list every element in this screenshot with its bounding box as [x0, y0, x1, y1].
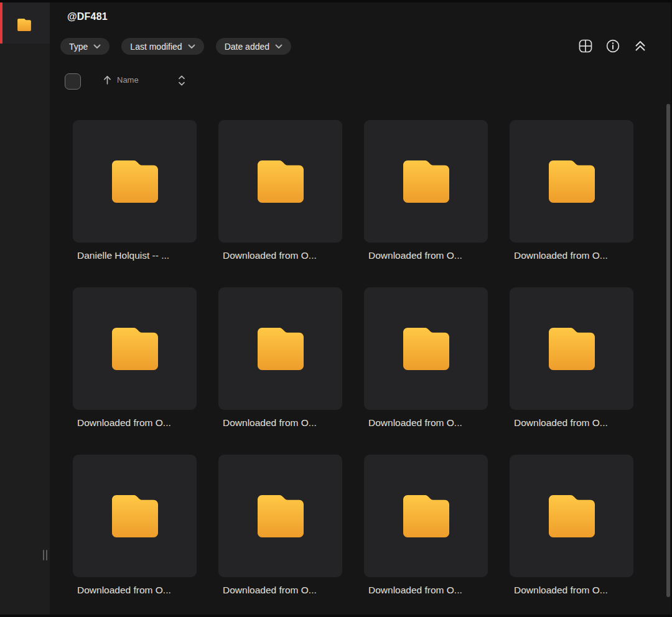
chevron-down-icon: [93, 44, 101, 49]
folder-card-tile: [218, 455, 342, 577]
folder-label: Downloaded from O...: [223, 417, 340, 429]
folder-label: Downloaded from O...: [368, 417, 485, 429]
folder-label: Downloaded from O...: [223, 249, 340, 261]
toolbar-actions: [579, 39, 647, 53]
arrow-up-icon: [103, 75, 111, 85]
folder-label: Downloaded from O...: [514, 417, 631, 429]
main-panel: @DF481 Type Last modified Date added: [50, 2, 672, 615]
folder-card[interactable]: Downloaded from O...: [510, 455, 633, 596]
chevron-down-icon: [275, 44, 282, 49]
folder-icon: [403, 495, 449, 537]
folder-card-tile: [73, 120, 197, 243]
folder-grid: Danielle Holquist -- ... Downloaded from…: [73, 120, 633, 596]
folder-card[interactable]: Downloaded from O...: [73, 455, 197, 596]
folder-card-tile: [364, 287, 488, 410]
folder-label: Downloaded from O...: [77, 584, 194, 596]
folder-icon: [549, 495, 595, 537]
collapse-button[interactable]: [633, 39, 647, 53]
grid-view-button[interactable]: [579, 39, 592, 53]
select-all-checkbox[interactable]: [65, 73, 81, 90]
folder-card[interactable]: Downloaded from O...: [510, 287, 633, 429]
page-title: @DF481: [67, 11, 108, 22]
app-window: @DF481 Type Last modified Date added: [0, 2, 672, 615]
sidebar-item-current-folder[interactable]: [0, 2, 50, 44]
folder-label: Downloaded from O...: [368, 584, 485, 596]
info-button[interactable]: [606, 39, 620, 53]
filter-chip-label: Last modified: [130, 42, 182, 52]
folder-card-tile: [510, 455, 633, 577]
sort-field-label: Name: [117, 75, 139, 85]
folder-card[interactable]: Downloaded from O...: [218, 120, 342, 261]
folder-card[interactable]: Downloaded from O...: [364, 120, 488, 261]
folder-label: Downloaded from O...: [77, 417, 194, 429]
unfold-icon: [178, 75, 185, 86]
sidebar-resize-handle[interactable]: [43, 550, 47, 560]
folder-card[interactable]: Downloaded from O...: [364, 455, 488, 596]
folder-label: Downloaded from O...: [368, 249, 485, 261]
info-icon: [606, 39, 620, 53]
folder-card[interactable]: Downloaded from O...: [510, 120, 633, 261]
folder-icon: [112, 328, 158, 370]
folder-card-tile: [510, 120, 633, 243]
filter-chip-label: Date added: [225, 42, 269, 52]
folder-card[interactable]: Downloaded from O...: [364, 287, 488, 429]
folder-icon: [112, 160, 158, 203]
folder-icon: [549, 160, 595, 203]
filter-chip-label: Type: [69, 42, 88, 52]
chevrons-up-icon: [633, 39, 647, 53]
filter-chip-type[interactable]: Type: [60, 38, 110, 55]
folder-icon: [549, 328, 595, 370]
sort-toggle[interactable]: [178, 75, 185, 89]
sidebar: [0, 2, 50, 615]
filter-chip-date-added[interactable]: Date added: [216, 38, 291, 55]
grid-view-icon: [579, 39, 592, 53]
folder-icon: [258, 328, 304, 370]
folder-card[interactable]: Downloaded from O...: [218, 287, 342, 429]
folder-card-tile: [364, 120, 488, 243]
selected-indicator: [0, 2, 2, 44]
filter-chip-last-modified[interactable]: Last modified: [121, 38, 203, 55]
folder-label: Downloaded from O...: [223, 584, 340, 596]
folder-icon: [258, 160, 304, 203]
scrollbar[interactable]: [666, 104, 670, 597]
folder-icon: [258, 495, 304, 537]
folder-card-tile: [218, 120, 342, 243]
folder-card[interactable]: Danielle Holquist -- ...: [73, 120, 197, 261]
folder-card-tile: [73, 287, 197, 410]
sort-by-control[interactable]: Name: [103, 75, 139, 85]
folder-icon: [403, 328, 449, 370]
folder-icon: [17, 19, 31, 31]
folder-card-tile: [510, 287, 633, 410]
filter-bar: Type Last modified Date added: [60, 38, 291, 55]
folder-label: Downloaded from O...: [514, 584, 631, 596]
folder-icon: [403, 160, 449, 203]
folder-card-tile: [73, 455, 197, 577]
folder-card-tile: [364, 455, 488, 577]
folder-icon: [112, 495, 158, 537]
folder-card-tile: [218, 287, 342, 410]
chevron-down-icon: [188, 44, 195, 49]
folder-label: Downloaded from O...: [514, 249, 631, 261]
folder-label: Danielle Holquist -- ...: [77, 249, 194, 261]
folder-card[interactable]: Downloaded from O...: [218, 455, 342, 596]
folder-card[interactable]: Downloaded from O...: [73, 287, 197, 429]
